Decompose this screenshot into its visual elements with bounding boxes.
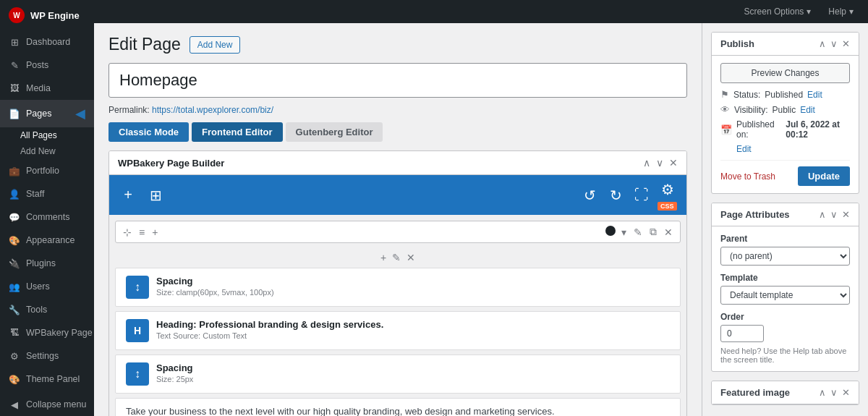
featured-image-header: Featured image ∧ ∨ ✕ <box>712 381 859 404</box>
sidebar-item-theme-panel[interactable]: 🎨 Theme Panel <box>0 368 94 391</box>
collapse-down-icon[interactable]: ∨ <box>656 157 663 169</box>
row-duplicate-button[interactable]: ⧉ <box>648 224 658 239</box>
content-area: Edit Page Add New Permalink: https://tot… <box>94 23 868 416</box>
redo-button[interactable]: ↻ <box>605 185 626 205</box>
row-menu-button[interactable]: ≡ <box>137 225 146 239</box>
permalink-label: Permalink: <box>109 105 150 115</box>
fi-close[interactable]: ✕ <box>842 387 850 398</box>
add-element-row[interactable]: + ✎ ✕ <box>115 247 681 268</box>
sidebar-logo-text: WP Engine <box>30 10 80 21</box>
sidebar-item-dashboard[interactable]: ⊞ Dashboard <box>0 30 94 54</box>
sidebar-item-settings[interactable]: ⚙ Settings <box>0 344 94 368</box>
drag-handle-button[interactable]: ⊹ <box>122 225 133 239</box>
right-sidebar: Publish ∧ ∨ ✕ Preview Changes ⚑ Status: … <box>702 23 868 416</box>
move-to-trash-link[interactable]: Move to Trash <box>720 171 775 182</box>
publish-metabox-header: Publish ∧ ∨ ✕ <box>712 33 859 56</box>
row-edit-button[interactable]: ✎ <box>632 225 644 239</box>
row-right-controls: ▾ ✎ ⧉ ✕ <box>605 224 674 239</box>
publish-actions: Move to Trash Update <box>720 160 850 186</box>
gear-wrapper: ⚙ CSS <box>658 179 678 211</box>
page-title-input[interactable] <box>109 63 687 98</box>
block-subtitle-1: Size: clamp(60px, 5vmax, 100px) <box>156 288 670 297</box>
settings-gear-button[interactable]: ⚙ <box>658 179 678 200</box>
posts-icon: ✎ <box>9 59 20 71</box>
layout-button[interactable]: ⊞ <box>145 185 166 205</box>
publish-title: Publish <box>720 38 754 49</box>
tools-icon: 🔧 <box>9 304 20 315</box>
gutenberg-editor-button[interactable]: Gutenberg Editor <box>286 122 383 142</box>
status-edit-link[interactable]: Edit <box>807 90 822 100</box>
add-new-button[interactable]: Add New <box>190 36 241 54</box>
staff-icon: 👤 <box>9 188 20 200</box>
sidebar-item-comments[interactable]: 💬 Comments <box>0 205 94 229</box>
visibility-edit-link[interactable]: Edit <box>800 105 815 115</box>
publish-close[interactable]: ✕ <box>842 38 850 49</box>
heading-block: H Heading: Professional branding & desig… <box>115 311 681 350</box>
plugins-icon: 🔌 <box>9 258 20 269</box>
fullscreen-button[interactable]: ⛶ <box>631 185 652 205</box>
sidebar-item-users[interactable]: 👥 Users <box>0 275 94 298</box>
wpbakery-panel: WPBakery Page Builder ∧ ∨ ✕ + ⊞ <box>109 150 687 416</box>
sidebar-sub-add-new[interactable]: Add New <box>0 143 94 159</box>
sidebar-item-tools[interactable]: 🔧 Tools <box>0 298 94 321</box>
permalink-url[interactable]: https://total.wpexplorer.com/biz/ <box>152 105 273 115</box>
sidebar-item-staff[interactable]: 👤 Staff <box>0 182 94 205</box>
status-label: Status: <box>733 90 760 100</box>
visibility-label: Visibility: <box>734 105 767 115</box>
add-row-button[interactable]: + <box>150 225 159 239</box>
fi-collapse-up[interactable]: ∧ <box>819 387 826 398</box>
menu-icon: ≡ <box>139 226 145 238</box>
sidebar-item-media[interactable]: 🖼 Media <box>0 77 94 100</box>
sidebar-item-plugins[interactable]: 🔌 Plugins <box>0 252 94 275</box>
block-info-3: Spacing Size: 25px <box>156 362 670 383</box>
block-info-2: Heading: Professional branding & design … <box>156 319 670 340</box>
sidebar-item-collapse[interactable]: ◀ Collapse menu <box>0 393 94 416</box>
help-text: Need help? Use the Help tab above the sc… <box>720 347 850 364</box>
help-button[interactable]: Help ▾ <box>822 4 859 20</box>
parent-select[interactable]: (no parent) <box>720 247 850 266</box>
gear-icon: ⚙ <box>661 181 674 198</box>
sidebar-item-pages[interactable]: 📄 Pages ◀ <box>0 100 94 127</box>
undo-button[interactable]: ↺ <box>579 185 600 205</box>
sidebar-item-label: Pages <box>26 109 51 119</box>
editor-area: Edit Page Add New Permalink: https://tot… <box>94 23 702 416</box>
sidebar-logo[interactable]: W WP Engine <box>0 0 94 30</box>
topbar: Screen Options ▾ Help ▾ <box>94 0 868 23</box>
sidebar-item-portfolio[interactable]: 💼 Portfolio <box>0 159 94 182</box>
published-edit-link[interactable]: Edit <box>736 144 850 154</box>
row-color-button[interactable]: ▾ <box>620 225 628 239</box>
sidebar-item-wpbakery[interactable]: 🏗 WPBakery Page Builder <box>0 321 94 344</box>
sidebar-item-label: Settings <box>26 351 59 361</box>
page-attributes-controls: ∧ ∨ ✕ <box>819 209 850 220</box>
row-delete-button[interactable]: ✕ <box>663 225 674 239</box>
fi-collapse-down[interactable]: ∨ <box>830 387 838 398</box>
status-row: ⚑ Status: Published Edit <box>720 89 850 100</box>
frontend-editor-button[interactable]: Frontend Editor <box>192 122 283 142</box>
collapse-up-icon[interactable]: ∧ <box>643 157 650 169</box>
publish-collapse-down[interactable]: ∨ <box>830 38 838 49</box>
pa-collapse-down[interactable]: ∨ <box>830 209 838 220</box>
template-select[interactable]: Default template <box>720 286 850 305</box>
add-element-button[interactable]: + <box>118 185 138 205</box>
add-icon: + <box>152 226 158 238</box>
sidebar-item-label: Plugins <box>26 258 56 268</box>
block-title-3: Spacing <box>156 362 670 373</box>
pa-close[interactable]: ✕ <box>842 209 850 220</box>
css-badge: CSS <box>658 202 677 211</box>
preview-changes-button[interactable]: Preview Changes <box>720 63 850 83</box>
featured-image-controls: ∧ ∨ ✕ <box>819 387 850 398</box>
sidebar-sub-all-pages[interactable]: All Pages <box>0 127 94 143</box>
fullscreen-icon: ⛶ <box>634 187 649 203</box>
sidebar-item-appearance[interactable]: 🎨 Appearance <box>0 229 94 252</box>
sidebar-item-posts[interactable]: ✎ Posts <box>0 54 94 77</box>
update-button[interactable]: Update <box>798 166 850 186</box>
layout-icon: ⊞ <box>150 187 162 204</box>
featured-image-title: Featured image <box>720 387 790 398</box>
order-input[interactable] <box>720 325 764 342</box>
screen-options-button[interactable]: Screen Options ▾ <box>739 4 817 20</box>
publish-collapse-up[interactable]: ∧ <box>819 38 826 49</box>
close-panel-icon[interactable]: ✕ <box>669 157 678 169</box>
calendar-icon: 📅 <box>720 124 732 135</box>
pa-collapse-up[interactable]: ∧ <box>819 209 826 220</box>
classic-mode-button[interactable]: Classic Mode <box>109 122 189 142</box>
